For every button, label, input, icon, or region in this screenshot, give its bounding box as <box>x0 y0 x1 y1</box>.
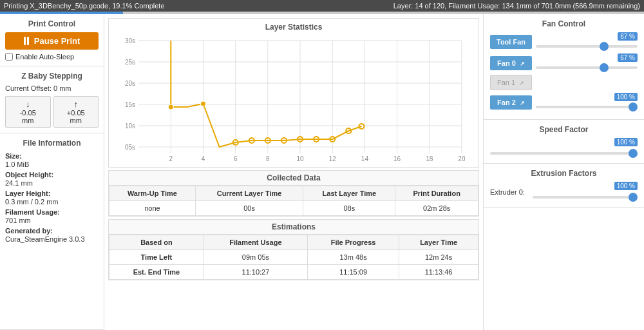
svg-text:20s: 20s <box>125 80 135 87</box>
fan2-button[interactable]: Fan 2 ↗ <box>490 95 532 110</box>
fan0-external-icon: ↗ <box>520 61 525 67</box>
extrusion-factors-title: Extrusion Factors <box>490 169 638 178</box>
tool-fan-slider-container: 67 % <box>536 32 638 51</box>
time-left-label: Time Left <box>109 250 204 265</box>
fan2-label: Fan 2 <box>497 99 516 106</box>
col-warmup: Warm-Up Time <box>109 186 196 201</box>
svg-text:20: 20 <box>458 155 466 162</box>
svg-text:2: 2 <box>169 155 173 162</box>
fan1-label: Fan 1 <box>497 79 515 86</box>
collected-data-row: none 00s 08s 02m 28s <box>109 201 478 216</box>
svg-text:12: 12 <box>329 155 337 162</box>
auto-sleep-label: Enable Auto-Sleep <box>15 53 74 61</box>
auto-sleep-checkbox[interactable] <box>5 53 13 61</box>
plus-offset-button[interactable]: ↑ +0.05 mm <box>53 96 99 128</box>
col-last-layer: Last Layer Time <box>303 186 395 201</box>
print-control-title: Print Control <box>5 19 99 28</box>
time-left-filament: 09m 05s <box>204 250 307 265</box>
current-offset: Current Offset: 0 mm <box>5 84 99 92</box>
fan-control-title: Fan Control <box>490 19 638 28</box>
tool-fan-thumb[interactable] <box>600 42 609 51</box>
est-col-layer-time: Layer Time <box>399 235 478 250</box>
chart-section: Layer Statistics <box>108 18 479 168</box>
fan2-thumb[interactable] <box>629 102 638 112</box>
fan2-percent: 100 % <box>614 93 638 101</box>
object-height-label: Object Height: <box>5 171 53 179</box>
fan0-button[interactable]: Fan 0 ↗ <box>490 56 532 70</box>
current-layer-value: 00s <box>195 201 303 216</box>
speed-factor-track <box>490 152 638 155</box>
time-left-row: Time Left 09m 05s 13m 48s 12m 24s <box>109 250 478 265</box>
extrusion-factors-section: Extrusion Factors Extruder 0: 100 % <box>484 164 644 208</box>
svg-text:18: 18 <box>426 155 433 162</box>
pause-icon <box>24 37 29 45</box>
minus-offset-button[interactable]: ↓ -0.05 mm <box>5 96 51 128</box>
col-current-layer: Current Layer Time <box>195 186 303 201</box>
estimations-title: Estimations <box>109 220 478 235</box>
extruder0-slider-container: 100 % <box>533 182 638 202</box>
printing-status: Printing X_3DBenchy_50p.gcode, 19.1% Com… <box>4 2 165 10</box>
tool-fan-percent: 67 % <box>618 32 638 41</box>
svg-text:10: 10 <box>296 155 304 162</box>
layer-info: Layer: 14 of 120, Filament Usage: 134.1m… <box>393 2 640 10</box>
pause-print-label: Pause Print <box>34 36 80 46</box>
size-label: Size: <box>5 152 22 160</box>
svg-text:15s: 15s <box>125 101 135 108</box>
generated-by-value: Cura_SteamEngine 3.0.3 <box>5 235 99 243</box>
extruder0-label: Extruder 0: <box>490 188 525 196</box>
svg-text:25s: 25s <box>125 59 135 66</box>
speed-factor-title: Speed Factor <box>490 125 638 134</box>
speed-factor-slider-container: 100 % <box>490 138 638 158</box>
collected-data-table: Warm-Up Time Current Layer Time Last Lay… <box>109 186 478 216</box>
fan0-percent: 67 % <box>618 53 638 62</box>
size-value: 1.0 MiB <box>5 160 99 168</box>
tool-fan-button[interactable]: Tool Fan <box>490 35 532 49</box>
fan0-label: Fan 0 <box>497 59 516 67</box>
fan-control-section: Fan Control Tool Fan 67 % Fan 0 ↗ <box>484 14 644 120</box>
pause-print-button[interactable]: Pause Print <box>5 32 99 50</box>
tool-fan-track <box>536 45 638 48</box>
fan0-slider-container: 67 % <box>536 53 638 72</box>
svg-text:4: 4 <box>202 155 205 162</box>
layer-height-label: Layer Height: <box>5 189 50 197</box>
extruder0-row: Extruder 0: 100 % <box>490 182 638 202</box>
extruder0-track <box>533 196 638 199</box>
extruder0-percent: 100 % <box>614 182 638 190</box>
tool-fan-row: Tool Fan 67 % <box>490 32 638 51</box>
speed-factor-percent: 100 % <box>614 138 638 146</box>
warmup-value: none <box>109 201 196 216</box>
fan1-button-disabled: Fan 1 ↗ <box>490 75 532 90</box>
est-end-progress: 11:15:09 <box>308 265 399 280</box>
svg-text:05s: 05s <box>125 144 135 151</box>
extruder0-thumb[interactable] <box>629 193 638 202</box>
svg-point-33 <box>200 101 205 106</box>
fan1-row: Fan 1 ↗ <box>490 75 638 90</box>
time-left-layer: 12m 24s <box>399 250 478 265</box>
fan2-slider-container: 100 % <box>536 93 638 112</box>
fan2-track <box>536 106 638 108</box>
time-left-progress: 13m 48s <box>308 250 399 265</box>
layer-chart: 30s 25s 20s 15s 10s 05s 2 4 6 8 10 12 14… <box>113 34 475 163</box>
fan0-thumb[interactable] <box>600 63 609 72</box>
est-col-filament: Filament Usage <box>204 235 307 250</box>
speed-factor-thumb[interactable] <box>629 149 638 158</box>
filament-usage-value: 701 mm <box>5 217 99 224</box>
est-end-label: Est. End Time <box>109 265 204 280</box>
svg-text:6: 6 <box>234 155 238 162</box>
estimations-table: Based on Filament Usage File Progress La… <box>109 235 478 280</box>
svg-text:16: 16 <box>393 155 401 162</box>
fan2-external-icon: ↗ <box>520 100 525 106</box>
speed-factor-section: Speed Factor 100 % <box>484 120 644 164</box>
est-col-progress: File Progress <box>308 235 399 250</box>
collected-data-title: Collected Data <box>109 171 478 186</box>
est-col-based-on: Based on <box>109 235 204 250</box>
fan2-row: Fan 2 ↗ 100 % <box>490 93 638 112</box>
svg-text:30s: 30s <box>125 37 135 44</box>
fan0-track <box>536 66 638 69</box>
object-height-value: 24.1 mm <box>5 179 99 187</box>
est-end-layer: 11:13:46 <box>399 265 478 280</box>
print-duration-value: 02m 28s <box>395 201 478 216</box>
file-info-title: File Information <box>5 139 99 148</box>
estimations-section: Estimations Based on Filament Usage File… <box>108 219 479 280</box>
est-end-filament: 11:10:27 <box>204 265 307 280</box>
